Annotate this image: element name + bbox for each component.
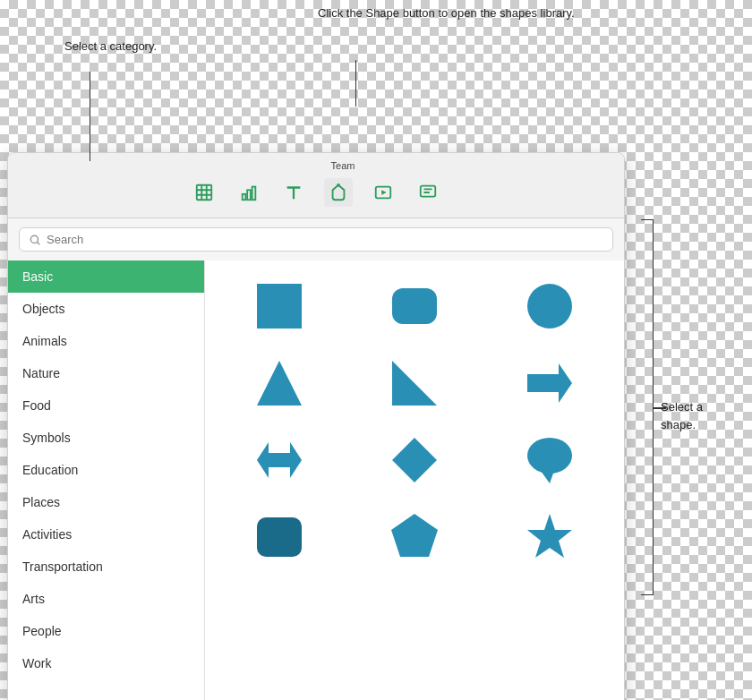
svg-marker-21 [257, 361, 302, 405]
svg-marker-29 [391, 514, 438, 557]
shape-circle[interactable] [518, 275, 581, 337]
svg-point-16 [30, 235, 38, 243]
svg-rect-5 [243, 194, 246, 200]
svg-line-17 [38, 242, 40, 244]
search-input-wrapper[interactable] [19, 227, 613, 252]
svg-rect-7 [252, 187, 256, 201]
content-area: Basic Objects Animals Nature Food Symbol… [8, 260, 624, 700]
chart-icon[interactable] [235, 178, 263, 207]
shape-double-arrow[interactable] [248, 429, 311, 491]
shape-button[interactable] [324, 178, 353, 207]
toolbar: Team [8, 153, 624, 218]
media-icon[interactable] [369, 178, 397, 207]
shape-square[interactable] [248, 275, 311, 337]
svg-rect-18 [257, 284, 302, 329]
svg-rect-13 [421, 186, 436, 197]
category-item-places[interactable]: Places [8, 486, 204, 518]
shapes-wrapper [205, 260, 624, 700]
svg-marker-23 [527, 363, 572, 403]
svg-marker-25 [392, 438, 437, 482]
category-item-education[interactable]: Education [8, 454, 204, 486]
category-item-activities[interactable]: Activities [8, 518, 204, 551]
search-input[interactable] [47, 233, 603, 246]
shapes-library-panel: Team [7, 152, 625, 700]
shape-triangle[interactable] [248, 352, 311, 414]
svg-marker-27 [541, 471, 554, 483]
category-item-basic[interactable]: Basic [8, 260, 204, 293]
category-item-objects[interactable]: Objects [8, 293, 204, 325]
category-item-people[interactable]: People [8, 615, 204, 647]
shape-right-triangle[interactable] [383, 352, 446, 414]
category-item-symbols[interactable]: Symbols [8, 422, 204, 454]
comment-icon[interactable] [414, 178, 442, 207]
team-label: Team [331, 160, 355, 171]
category-item-nature[interactable]: Nature [8, 357, 204, 389]
svg-marker-24 [257, 442, 302, 478]
svg-marker-12 [381, 190, 387, 195]
shape-rounded-square-dark[interactable] [248, 506, 311, 568]
svg-marker-30 [527, 514, 572, 558]
shape-star[interactable] [518, 506, 581, 568]
svg-marker-22 [392, 361, 437, 405]
shape-diamond[interactable] [383, 429, 446, 491]
shape-rounded-rect[interactable] [383, 275, 446, 337]
shape-speech-bubble[interactable] [518, 429, 581, 491]
category-item-arts[interactable]: Arts [8, 583, 204, 615]
svg-point-20 [527, 284, 572, 329]
category-item-transportation[interactable]: Transportation [8, 551, 204, 583]
search-icon [29, 234, 41, 246]
shapes-grid [219, 275, 610, 568]
svg-rect-6 [247, 190, 251, 200]
svg-rect-28 [257, 517, 302, 557]
category-sidebar: Basic Objects Animals Nature Food Symbol… [8, 260, 205, 700]
table-icon[interactable] [190, 178, 218, 207]
svg-point-26 [527, 438, 572, 474]
category-item-animals[interactable]: Animals [8, 325, 204, 357]
svg-rect-19 [392, 288, 437, 324]
search-container [8, 218, 624, 260]
svg-point-10 [337, 184, 340, 187]
shape-arrow-right[interactable] [518, 352, 581, 414]
svg-rect-0 [197, 185, 212, 201]
category-item-food[interactable]: Food [8, 389, 204, 422]
toolbar-icons [190, 175, 442, 210]
shape-pentagon[interactable] [383, 506, 446, 568]
category-item-work[interactable]: Work [8, 647, 204, 679]
text-icon[interactable] [279, 178, 308, 207]
